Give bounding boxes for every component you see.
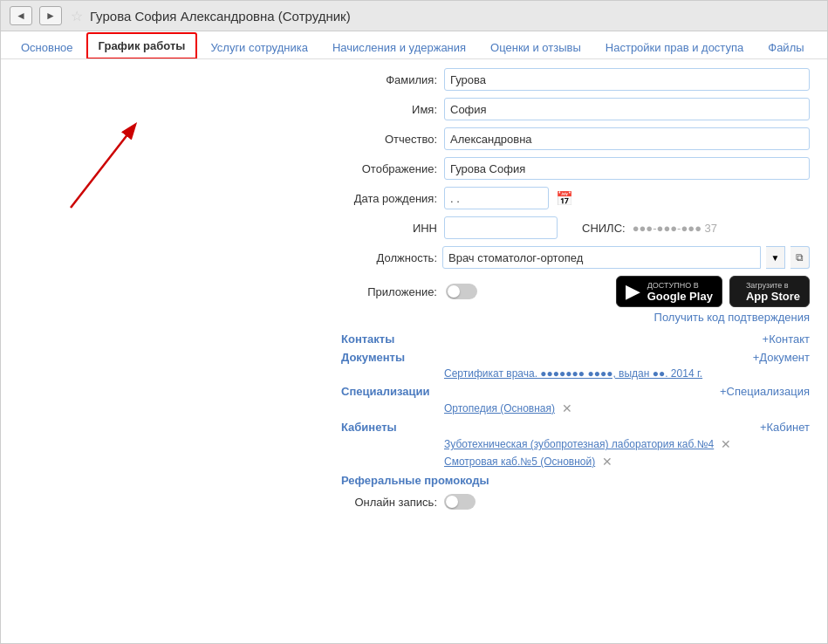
dolzhnost-link-btn[interactable]: ⧉ bbox=[790, 246, 810, 269]
titlebar: ◄ ► ☆ Гурова София Александровна (Сотруд… bbox=[1, 1, 827, 31]
google-play-text: ДОСТУПНО В Google Play bbox=[647, 281, 713, 303]
form-section: Фамилия: Имя: Отчество: Отображение: Дат… bbox=[341, 68, 810, 634]
google-play-icon: ▶ bbox=[626, 280, 640, 303]
promo-section: Реферальные промокоды bbox=[341, 474, 810, 487]
spec-item-1: Ортопедия (Основная) ✕ bbox=[444, 401, 810, 415]
kontakty-title[interactable]: Контакты bbox=[341, 332, 394, 346]
tab-otzyvy[interactable]: Оценки и отзывы bbox=[479, 35, 592, 59]
main-content: Фамилия: Имя: Отчество: Отображение: Дат… bbox=[1, 59, 827, 643]
page-title: Гурова София Александровна (Сотрудник) bbox=[90, 9, 351, 24]
spec-1-link[interactable]: Ортопедия (Основная) bbox=[444, 402, 555, 414]
toggle-knob bbox=[448, 285, 460, 298]
bookmark-icon[interactable]: ☆ bbox=[71, 8, 83, 24]
spetsializatsii-title[interactable]: Специализации bbox=[341, 385, 429, 398]
familiya-input[interactable] bbox=[444, 68, 810, 91]
tab-pr[interactable]: Пр... bbox=[818, 35, 827, 59]
familiya-row: Фамилия: bbox=[341, 68, 810, 91]
tab-faily[interactable]: Файлы bbox=[756, 35, 815, 59]
dokumenty-title[interactable]: Документы bbox=[341, 351, 405, 364]
forward-button[interactable]: ► bbox=[39, 6, 62, 25]
imya-label: Имя: bbox=[341, 103, 437, 116]
kontakty-section: Контакты +Контакт bbox=[341, 332, 810, 346]
otobrazhenie-row: Отображение: bbox=[341, 157, 810, 180]
tab-nastroyki[interactable]: Настройки прав и доступа bbox=[594, 35, 755, 59]
confirm-code-link[interactable]: Получить код подтверждения bbox=[654, 311, 810, 324]
data-rozhdeniya-row: Дата рождения: 📅 bbox=[341, 187, 810, 209]
prilozhenie-label: Приложение: bbox=[341, 285, 437, 298]
otobrazhenie-input[interactable] bbox=[444, 157, 810, 180]
add-kontakt-btn[interactable]: +Контакт bbox=[763, 332, 810, 346]
cabinet-2-link[interactable]: Смотровая каб.№5 (Основной) bbox=[444, 456, 595, 468]
kabinety-title[interactable]: Кабинеты bbox=[341, 421, 397, 434]
imya-row: Имя: bbox=[341, 98, 810, 120]
dolzhnost-input[interactable] bbox=[442, 246, 761, 269]
inn-label: ИНН bbox=[341, 222, 437, 235]
calendar-icon[interactable]: 📅 bbox=[556, 190, 573, 207]
cabinet-item-1: Зуботехническая (зубопротезная) лаборато… bbox=[444, 437, 810, 451]
data-rozhdeniya-input[interactable] bbox=[444, 187, 549, 209]
promo-title[interactable]: Реферальные промокоды bbox=[341, 474, 489, 487]
spec-1-remove-btn[interactable]: ✕ bbox=[562, 401, 572, 415]
inn-snils-row: ИНН СНИЛС: ●●●-●●●-●●● 37 bbox=[341, 216, 810, 239]
tab-nachisleniya[interactable]: Начисления и удержания bbox=[321, 35, 477, 59]
otchestvo-row: Отчество: bbox=[341, 127, 810, 150]
tab-uslugi[interactable]: Услуги сотрудника bbox=[199, 35, 319, 59]
doc-link[interactable]: Сертификат врача. ●●●●●●● ●●●●, выдан ●●… bbox=[444, 367, 810, 380]
tab-grafik[interactable]: График работы bbox=[86, 32, 198, 59]
annotation-arrow bbox=[18, 112, 193, 216]
add-spets-btn[interactable]: +Специализация bbox=[720, 385, 810, 398]
imya-input[interactable] bbox=[444, 98, 810, 120]
otobrazhenie-label: Отображение: bbox=[341, 162, 437, 175]
snils-label: СНИЛС: bbox=[582, 222, 626, 235]
store-badges: ▶ ДОСТУПНО В Google Play Загрузите в App… bbox=[616, 276, 810, 307]
prilozhenie-row: Приложение: ▶ ДОСТУПНО В Google Play bbox=[341, 276, 810, 307]
inn-input[interactable] bbox=[444, 216, 558, 239]
kabinety-section: Кабинеты +Кабинет bbox=[341, 421, 810, 434]
dolzhnost-label: Должность: bbox=[341, 251, 437, 264]
online-toggle-knob bbox=[446, 496, 458, 508]
tabs-bar: Основное График работы Услуги сотрудника… bbox=[1, 31, 827, 59]
cabinet-1-link[interactable]: Зуботехническая (зубопротезная) лаборато… bbox=[444, 438, 714, 450]
online-row: Онлайн запись: bbox=[341, 494, 810, 510]
app-store-text: Загрузите в App Store bbox=[746, 281, 800, 303]
back-button[interactable]: ◄ bbox=[10, 6, 32, 25]
cabinet-item-2: Смотровая каб.№5 (Основной) ✕ bbox=[444, 455, 810, 469]
app-store-badge[interactable]: Загрузите в App Store bbox=[729, 276, 810, 307]
snils-value: ●●●-●●●-●●● 37 bbox=[633, 222, 717, 235]
cabinet-1-remove-btn[interactable]: ✕ bbox=[721, 437, 731, 451]
otchestvo-label: Отчество: bbox=[341, 133, 437, 146]
google-play-badge[interactable]: ▶ ДОСТУПНО В Google Play bbox=[616, 276, 722, 307]
data-rozhdeniya-label: Дата рождения: bbox=[341, 192, 437, 205]
otchestvo-input[interactable] bbox=[444, 127, 810, 150]
dolzhnost-row: Должность: ▼ ⧉ bbox=[341, 246, 810, 269]
add-kabinet-btn[interactable]: +Кабинет bbox=[760, 421, 810, 434]
add-dokument-btn[interactable]: +Документ bbox=[753, 351, 810, 364]
online-toggle[interactable] bbox=[444, 494, 476, 510]
dokumenty-section: Документы +Документ bbox=[341, 351, 810, 364]
dolzhnost-dropdown-btn[interactable]: ▼ bbox=[766, 246, 785, 269]
cabinet-2-remove-btn[interactable]: ✕ bbox=[602, 455, 612, 469]
svg-line-1 bbox=[71, 129, 132, 208]
tab-osnovnoe[interactable]: Основное bbox=[10, 35, 85, 59]
spetsializatsii-section: Специализации +Специализация bbox=[341, 385, 810, 398]
prilozhenie-toggle[interactable] bbox=[446, 284, 477, 299]
familiya-label: Фамилия: bbox=[341, 73, 437, 86]
online-label: Онлайн запись: bbox=[341, 496, 437, 509]
confirm-code-row: Получить код подтверждения bbox=[341, 311, 810, 324]
